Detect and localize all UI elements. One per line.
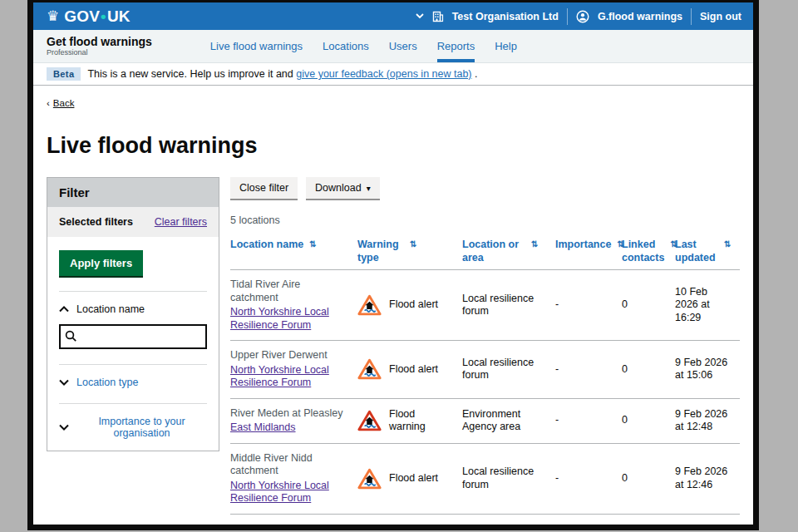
location-link[interactable]: North Yorkshire Local Resilience Forum	[230, 364, 329, 389]
sort-last-updated[interactable]: Last updated⇅	[675, 238, 740, 264]
filter-panel: Filter Selected filters Clear filters Ap…	[47, 177, 219, 451]
clear-filters-link[interactable]: Clear filters	[155, 216, 207, 228]
area-cell: Local resilience forum	[462, 293, 555, 318]
sort-icon: ⇅	[531, 238, 538, 250]
close-filter-button[interactable]: Close filter	[230, 177, 298, 199]
sort-location-or-area[interactable]: Location or area⇅	[462, 238, 555, 264]
location-link[interactable]: North Yorkshire Local Resilience Forum	[230, 480, 329, 505]
linked-contacts-cell: 0	[622, 298, 675, 312]
importance-cell: -	[555, 472, 622, 485]
linked-contacts-cell: 0	[622, 472, 675, 485]
importance-cell: -	[555, 363, 622, 377]
logo-dot-icon: •	[101, 7, 106, 26]
linked-contacts-cell: 0	[622, 414, 675, 427]
location-label: River Meden at Pleasley	[230, 407, 347, 421]
area-cell: Local resilience forum	[462, 357, 555, 382]
chevron-down-icon	[59, 421, 69, 433]
account-link[interactable]: G.flood warnings	[598, 11, 682, 22]
table-row: Middle River Nidd catchmentNorth Yorkshi…	[230, 444, 740, 515]
sort-warning-type[interactable]: Warning type⇅	[357, 238, 462, 264]
chevron-down-icon	[416, 13, 424, 19]
sort-icon: ⇅	[724, 238, 731, 250]
sort-importance[interactable]: Importance⇅	[555, 238, 622, 264]
phase-banner: Beta This is a new service. Help us impr…	[33, 63, 753, 86]
flood-alert-icon	[357, 358, 382, 380]
download-button[interactable]: Download▾	[306, 177, 380, 199]
accordion-location-name[interactable]: Location name	[59, 303, 145, 315]
location-label: Upper River Derwent	[230, 349, 347, 362]
warning-type-label: Flood warning	[389, 408, 452, 434]
caret-down-icon: ▾	[367, 184, 371, 193]
last-updated-cell: 10 Feb 2026 at 16:29	[675, 286, 740, 325]
last-updated-cell: 9 Feb 2026 at 12:48	[675, 408, 740, 434]
warning-type-label: Flood alert	[389, 363, 438, 377]
warning-type-label: Flood alert	[389, 472, 438, 485]
chevron-down-icon	[59, 377, 69, 388]
location-label: Middle River Nidd catchment	[230, 452, 347, 478]
flood-warnings-table: Location name⇅ Warning type⇅ Location or…	[230, 238, 740, 530]
organisation-switcher[interactable]: Test Organisation Ltd	[452, 11, 559, 22]
warning-type-label: Flood alert	[389, 298, 438, 312]
table-row: River Meden at PleasleyEast Midlands Flo…	[230, 399, 740, 444]
service-name-block: Get flood warnings Professional	[47, 36, 152, 57]
last-updated-cell: 9 Feb 2026 at 15:06	[675, 357, 740, 382]
main-content: ‹Back Live flood warnings Filter Selecte…	[33, 86, 753, 530]
service-tag: Professional	[47, 48, 152, 57]
sort-icon: ⇅	[410, 238, 416, 250]
back-chevron-icon: ‹	[47, 98, 50, 108]
header-divider	[691, 8, 692, 25]
flood-alert-icon	[357, 468, 382, 490]
service-navigation: Get flood warnings Professional Live flo…	[33, 30, 753, 63]
page-title: Live flood warnings	[47, 133, 740, 159]
sort-linked-contacts[interactable]: Linked contacts⇅	[622, 238, 675, 264]
nav-help[interactable]: Help	[495, 30, 517, 62]
flood-alert-icon	[357, 294, 382, 316]
organisation-icon	[432, 11, 444, 22]
divider	[59, 364, 207, 365]
location-name-search-input[interactable]	[59, 324, 207, 349]
location-label: Tidal River Aire catchment	[230, 278, 347, 304]
sort-location-name[interactable]: Location name⇅	[230, 238, 357, 264]
last-updated-cell: 9 Feb 2026 at 12:46	[675, 466, 740, 491]
table-header-row: Location name⇅ Warning type⇅ Location or…	[230, 238, 740, 270]
divider	[59, 291, 207, 292]
importance-cell: -	[555, 414, 622, 427]
nav-live-flood-warnings[interactable]: Live flood warnings	[210, 30, 303, 62]
sort-icon: ⇅	[309, 238, 316, 250]
area-cell: Environment Agency area	[462, 408, 555, 434]
location-label: Lower River Nidd catchment	[230, 523, 347, 531]
search-icon	[65, 330, 77, 342]
beta-tag: Beta	[47, 67, 81, 81]
table-row: Upper River DerwentNorth Yorkshire Local…	[230, 341, 740, 399]
location-link[interactable]: North Yorkshire Local Resilience Forum	[230, 306, 329, 331]
service-name: Get flood warnings	[47, 36, 152, 48]
nav-users[interactable]: Users	[389, 30, 417, 62]
flood-warning-icon	[357, 410, 382, 431]
apply-filters-button[interactable]: Apply filters	[59, 250, 143, 276]
back-link[interactable]: ‹Back	[47, 98, 74, 108]
govuk-logotype: GOV•UK	[64, 7, 131, 26]
header-divider	[567, 8, 568, 25]
location-link[interactable]: East Midlands	[230, 421, 296, 433]
account-icon	[576, 10, 589, 23]
crown-icon: ♛	[47, 9, 59, 23]
nav-reports[interactable]: Reports	[437, 30, 475, 62]
accordion-location-type[interactable]: Location type	[59, 377, 138, 388]
app-header: ♛ GOV•UK Test Organisation Ltd G.flood w…	[33, 2, 753, 30]
accordion-importance[interactable]: Importance to your organisation	[59, 416, 207, 439]
results-section: Close filter Download▾ 5 locations Locat…	[230, 177, 740, 530]
linked-contacts-cell: 0	[622, 363, 675, 377]
feedback-link[interactable]: give your feedback (opens in new tab)	[296, 68, 471, 80]
phase-banner-text: This is a new service. Help us improve i…	[87, 68, 477, 80]
nav-locations[interactable]: Locations	[323, 30, 369, 62]
table-row: Tidal River Aire catchmentNorth Yorkshir…	[230, 270, 740, 341]
sign-out-link[interactable]: Sign out	[700, 11, 741, 22]
table-row: Lower River Nidd catchmentNorth Yorkshir…	[230, 515, 740, 531]
browser-viewport: ♛ GOV•UK Test Organisation Ltd G.flood w…	[27, 0, 759, 530]
divider	[59, 403, 207, 404]
results-count: 5 locations	[230, 214, 740, 226]
filter-heading: Filter	[47, 178, 219, 207]
importance-cell: -	[555, 298, 622, 312]
govuk-logo[interactable]: ♛ GOV•UK	[47, 7, 131, 26]
selected-filters-label: Selected filters	[59, 216, 133, 228]
